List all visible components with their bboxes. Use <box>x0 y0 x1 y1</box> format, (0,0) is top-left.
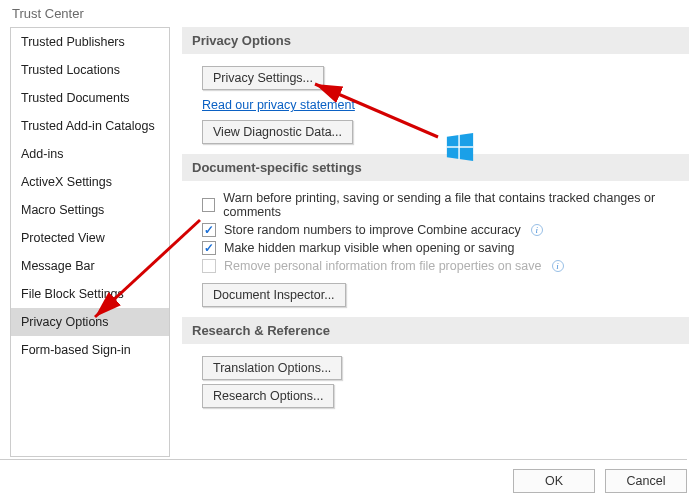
sidebar: Trusted Publishers Trusted Locations Tru… <box>10 27 170 457</box>
window-title: Trust Center <box>0 0 699 27</box>
privacy-settings-button[interactable]: Privacy Settings... <box>202 66 324 90</box>
sidebar-item-form-based-sign-in[interactable]: Form-based Sign-in <box>11 336 169 364</box>
checkbox-label: Store random numbers to improve Combine … <box>224 223 521 237</box>
sidebar-item-macro-settings[interactable]: Macro Settings <box>11 196 169 224</box>
privacy-statement-link[interactable]: Read our privacy statement <box>202 98 355 112</box>
checkbox-label: Warn before printing, saving or sending … <box>223 191 689 219</box>
research-options-button[interactable]: Research Options... <box>202 384 334 408</box>
checkbox-icon <box>202 241 216 255</box>
checkbox-label: Make hidden markup visible when opening … <box>224 241 514 255</box>
content-container: Trusted Publishers Trusted Locations Tru… <box>0 27 699 457</box>
checkbox-icon <box>202 259 216 273</box>
checkbox-row-store-random-numbers[interactable]: Store random numbers to improve Combine … <box>202 223 689 237</box>
checkbox-row-remove-personal-info: Remove personal information from file pr… <box>202 259 689 273</box>
checkbox-icon <box>202 223 216 237</box>
section-header-privacy-options: Privacy Options <box>182 27 689 54</box>
sidebar-item-trusted-addin-catalogs[interactable]: Trusted Add-in Catalogs <box>11 112 169 140</box>
section-header-research-reference: Research & Reference <box>182 317 689 344</box>
sidebar-item-protected-view[interactable]: Protected View <box>11 224 169 252</box>
checkbox-row-make-hidden-markup-visible[interactable]: Make hidden markup visible when opening … <box>202 241 689 255</box>
info-icon[interactable] <box>531 224 543 236</box>
section-header-document-specific: Document-specific settings <box>182 154 689 181</box>
ok-button[interactable]: OK <box>513 469 595 493</box>
document-inspector-button[interactable]: Document Inspector... <box>202 283 346 307</box>
cancel-button[interactable]: Cancel <box>605 469 687 493</box>
sidebar-item-file-block-settings[interactable]: File Block Settings <box>11 280 169 308</box>
checkbox-icon <box>202 198 215 212</box>
windows-logo-icon <box>445 132 475 162</box>
view-diagnostic-data-button[interactable]: View Diagnostic Data... <box>202 120 353 144</box>
dialog-footer: OK Cancel <box>513 459 687 495</box>
sidebar-item-activex-settings[interactable]: ActiveX Settings <box>11 168 169 196</box>
sidebar-item-trusted-documents[interactable]: Trusted Documents <box>11 84 169 112</box>
sidebar-item-trusted-locations[interactable]: Trusted Locations <box>11 56 169 84</box>
translation-options-button[interactable]: Translation Options... <box>202 356 342 380</box>
sidebar-item-message-bar[interactable]: Message Bar <box>11 252 169 280</box>
checkbox-label: Remove personal information from file pr… <box>224 259 542 273</box>
info-icon[interactable] <box>552 260 564 272</box>
checkbox-row-warn-before-printing[interactable]: Warn before printing, saving or sending … <box>202 191 689 219</box>
main-panel: Privacy Options Privacy Settings... Read… <box>170 27 689 457</box>
sidebar-item-privacy-options[interactable]: Privacy Options <box>11 308 169 336</box>
sidebar-item-add-ins[interactable]: Add-ins <box>11 140 169 168</box>
sidebar-item-trusted-publishers[interactable]: Trusted Publishers <box>11 28 169 56</box>
